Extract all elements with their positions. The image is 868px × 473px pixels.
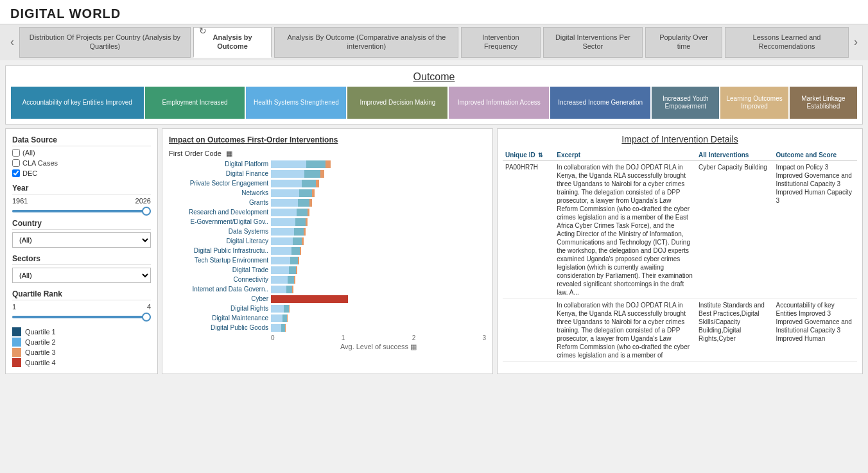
- bar-segment: [306, 218, 308, 226]
- bar-label: Tech Startup Environment: [169, 257, 268, 264]
- bar-container: [271, 314, 486, 322]
- x-axis-value: 3: [482, 334, 486, 341]
- bar-label: Digital Maintenance: [169, 314, 268, 322]
- year-filter: Year 1961 2026: [12, 184, 151, 212]
- bar-segment: [282, 314, 287, 322]
- bar-container: [271, 170, 486, 178]
- table-row: In collaboration with the DOJ OPDAT RLA …: [503, 298, 857, 361]
- bar-label: Digital Finance: [169, 170, 268, 177]
- outcome-bar[interactable]: Employment Increased: [145, 87, 245, 119]
- axis-label: Avg. Level of success ▦: [169, 343, 486, 351]
- bar-segment: [293, 237, 302, 245]
- quartile-legend: Quartile 1Quartile 2Quartile 3Quartile 4: [12, 327, 151, 367]
- nav-next-arrow[interactable]: ›: [849, 35, 863, 49]
- bar-label: Internet and Data Govern..: [169, 286, 268, 293]
- details-table: Unique ID ⇅ Excerpt All Interventions Ou…: [503, 150, 857, 362]
- country-select[interactable]: (All): [12, 232, 151, 248]
- bar-segment: [289, 266, 296, 274]
- nav-prev-arrow[interactable]: ‹: [5, 35, 19, 49]
- checkbox-dec-label: DEC: [22, 169, 37, 177]
- outcome-title: Outcome: [11, 71, 857, 83]
- content-row: Data Source (All) CLA Cases DEC Year 196…: [5, 128, 863, 374]
- bar-row: Internet and Data Govern..: [169, 286, 486, 293]
- legend-row: Quartile 3: [12, 348, 151, 357]
- sectors-filter: Sectors (All): [12, 254, 151, 283]
- legend-label: Quartile 3: [25, 348, 56, 356]
- outcome-bar[interactable]: Market Linkage Established: [790, 87, 857, 119]
- bar-segment: [271, 237, 293, 245]
- nav-tab[interactable]: Intervention Frequency: [461, 27, 540, 58]
- sort-uid-icon[interactable]: ⇅: [538, 152, 543, 159]
- bar-container: [271, 228, 486, 236]
- checkbox-cla-input[interactable]: [12, 159, 20, 167]
- cell-uid: [503, 298, 554, 361]
- bar-row: Grants: [169, 199, 486, 207]
- checkbox-all-label: (All): [22, 149, 35, 157]
- bar-segment: [271, 324, 281, 332]
- quartile-rank-filter: Quartile Rank 1 4: [12, 289, 151, 318]
- cell-uid: PA00HR7H: [503, 160, 554, 298]
- bar-label: Digital Rights: [169, 305, 268, 312]
- bar-segment: [271, 305, 284, 313]
- bar-segment: [286, 286, 292, 293]
- outcome-bar[interactable]: Increased Youth Empowerment: [652, 87, 719, 119]
- bar-container: [271, 295, 486, 303]
- bar-row: Digital Literacy: [169, 237, 486, 245]
- bar-segment: [290, 257, 298, 264]
- bar-chart: Digital PlatformDigital FinancePrivate S…: [169, 160, 486, 332]
- legend-color-box: [12, 338, 21, 347]
- legend-row: Quartile 2: [12, 338, 151, 347]
- nav-tab[interactable]: Analysis By Outcome (Comparative analysi…: [274, 27, 458, 58]
- outcome-bar[interactable]: Accountability of key Entities Improved: [11, 87, 144, 119]
- bar-row: Digital Trade: [169, 266, 486, 274]
- outcome-bar[interactable]: Health Systems Strengthened: [246, 87, 346, 119]
- year-slider-thumb[interactable]: [142, 207, 151, 216]
- outcome-bar[interactable]: Improved Decision Making: [347, 87, 447, 119]
- details-title: Impact of Intervention Details: [503, 134, 857, 144]
- checkbox-all-input[interactable]: [12, 149, 20, 157]
- col-uid: Unique ID ⇅: [503, 150, 554, 161]
- bar-segment: [288, 276, 294, 284]
- bar-row: Research and Development: [169, 209, 486, 216]
- nav-tab[interactable]: Popularity Over time: [645, 27, 722, 58]
- chart-code-label: First Order Code ▦: [169, 150, 486, 158]
- bar-segment: [320, 170, 324, 178]
- outcome-bar[interactable]: Improved Information Access: [449, 87, 549, 119]
- bar-container: [271, 180, 486, 187]
- quartile-slider-thumb[interactable]: [142, 313, 151, 322]
- checkbox-dec-input[interactable]: [12, 169, 20, 177]
- cell-interventions: Cyber Capacity Building: [696, 160, 773, 298]
- bar-segment: [294, 276, 295, 284]
- quartile-slider-fill: [12, 316, 151, 318]
- col-outcome: Outcome and Score: [774, 150, 858, 161]
- bar-segment: [316, 180, 319, 187]
- filter-icon[interactable]: ▦: [226, 150, 232, 157]
- bar-segment: [271, 160, 306, 168]
- bar-segment: [271, 199, 298, 207]
- details-scroll-area[interactable]: Unique ID ⇅ Excerpt All Interventions Ou…: [503, 150, 857, 362]
- year-slider-fill: [12, 210, 151, 212]
- x-axis-value: 1: [342, 334, 345, 341]
- bar-row: Connectivity: [169, 276, 486, 284]
- outcome-bar[interactable]: Increased Income Generation: [550, 87, 650, 119]
- legend-label: Quartile 4: [25, 359, 56, 366]
- bar-container: [271, 305, 486, 313]
- checkbox-dec: DEC: [12, 169, 151, 177]
- x-axis-value: 2: [412, 334, 416, 341]
- nav-tab[interactable]: Lessons Learned and Reccomendations: [725, 27, 849, 58]
- outcome-bar[interactable]: Learning Outcomes Improved: [720, 87, 788, 119]
- nav-tab[interactable]: Distribution Of Projects per Country (An…: [19, 27, 191, 58]
- chart-title: Impact on Outcomes First-Order Intervent…: [169, 135, 486, 144]
- quartile-rank-label: Quartile Rank: [12, 289, 151, 300]
- axis-filter-icon[interactable]: ▦: [410, 343, 417, 350]
- nav-tab[interactable]: Digital Interventions Per Sector: [543, 27, 643, 58]
- col-excerpt: Excerpt: [554, 150, 696, 161]
- checkbox-cla-label: CLA Cases: [22, 159, 58, 167]
- bar-segment: [271, 314, 282, 322]
- bar-segment: [284, 305, 289, 313]
- bar-container: [271, 276, 486, 284]
- sectors-select[interactable]: (All): [12, 268, 151, 283]
- bar-label: Networks: [169, 189, 268, 196]
- details-table-header: Unique ID ⇅ Excerpt All Interventions Ou…: [503, 150, 857, 161]
- bar-label: Digital Public Infrastructu..: [169, 247, 268, 254]
